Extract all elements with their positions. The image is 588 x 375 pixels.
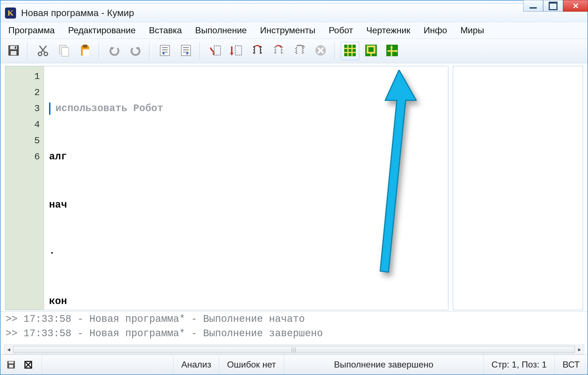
menu-worlds[interactable]: Миры	[461, 25, 484, 35]
svg-point-4	[38, 52, 42, 56]
braces-arc-icon	[250, 44, 264, 58]
svg-rect-9	[83, 45, 88, 47]
run-range-button[interactable]	[248, 42, 267, 60]
undo-button[interactable]	[105, 42, 124, 60]
status-insert-mode[interactable]: ВСТ	[554, 355, 587, 374]
indent-left-button[interactable]	[156, 42, 174, 60]
main-area: 1 2 3 4 5 6 использовать Робот алг нач ·…	[1, 63, 587, 311]
menu-insert[interactable]: Вставка	[149, 25, 182, 35]
menubar: Программа Редактирование Вставка Выполне…	[1, 22, 587, 39]
indent-right-icon	[179, 44, 193, 58]
svg-rect-22	[9, 361, 14, 364]
line-number: 6	[5, 149, 40, 165]
scroll-track[interactable]: |||	[13, 346, 575, 353]
robot-grid-icon	[343, 44, 357, 58]
svg-rect-23	[9, 365, 13, 368]
scissors-icon	[36, 44, 50, 58]
window-title: Новая программа - Кумир	[21, 7, 134, 18]
clear-icon[interactable]	[23, 359, 34, 370]
scroll-thumb[interactable]: |||	[13, 346, 575, 353]
horizontal-scrollbar[interactable]: ◂ ||| ▸	[4, 345, 584, 354]
menu-info[interactable]: Инфо	[424, 25, 447, 35]
code-keyword: алг	[49, 149, 67, 165]
menu-edit[interactable]: Редактирование	[68, 25, 136, 35]
window-buttons	[523, 0, 588, 12]
robot-field-icon	[364, 44, 378, 58]
svg-rect-12	[181, 45, 190, 56]
toolbar-separator	[200, 42, 202, 60]
text-cursor	[49, 103, 50, 115]
toolbar-separator	[334, 42, 336, 60]
axes-icon	[385, 44, 399, 58]
console-line: >> 17:33:58 - Новая программа* - Выполне…	[6, 326, 582, 341]
run-button[interactable]	[290, 42, 309, 60]
show-robot-window-button[interactable]	[341, 42, 359, 60]
step-into-button[interactable]	[206, 42, 224, 60]
code-area[interactable]: использовать Робот алг нач · кон	[44, 66, 448, 310]
line-gutter: 1 2 3 4 5 6	[5, 66, 44, 310]
svg-rect-13	[214, 46, 221, 55]
output-console[interactable]: >> 17:33:58 - Новая программа* - Выполне…	[1, 311, 587, 345]
menu-tools[interactable]: Инструменты	[260, 25, 316, 35]
menu-run[interactable]: Выполнение	[195, 25, 247, 35]
side-pane[interactable]: Показать окно Робота	[453, 66, 583, 310]
menu-program[interactable]: Программа	[8, 25, 55, 35]
step-over-button[interactable]	[227, 42, 246, 60]
svg-rect-16	[344, 45, 356, 56]
line-number: 2	[5, 85, 40, 101]
svg-point-5	[44, 52, 48, 56]
close-button[interactable]	[563, 0, 588, 12]
scroll-grip-icon: |||	[291, 347, 297, 353]
braces-dotted-arc-icon	[272, 44, 285, 58]
stop-button[interactable]	[311, 42, 330, 60]
console-line: >> 17:33:58 - Новая программа* - Выполне…	[6, 312, 582, 326]
toolbar	[1, 39, 587, 63]
undo-icon	[108, 44, 121, 58]
status-cursor: Стр: 1, Поз: 1	[484, 355, 555, 374]
scroll-right-button[interactable]: ▸	[575, 345, 584, 354]
svg-rect-10	[83, 49, 89, 56]
status-icons	[1, 355, 42, 374]
paste-button[interactable]	[76, 42, 94, 60]
robot-field-button[interactable]	[362, 42, 380, 60]
code-keyword: нач	[49, 197, 67, 213]
toolbar-separator	[149, 42, 151, 60]
maximize-button[interactable]	[543, 0, 563, 12]
save-button[interactable]	[4, 42, 23, 60]
svg-rect-14	[235, 46, 242, 55]
run-part-button[interactable]	[269, 42, 288, 60]
line-number: 4	[5, 117, 40, 133]
save-icon	[7, 44, 21, 58]
indent-left-icon	[158, 44, 172, 58]
code-keyword: кон	[49, 294, 67, 310]
svg-rect-3	[15, 46, 16, 49]
line-number: 1	[5, 68, 40, 85]
step-into-icon	[208, 44, 222, 58]
redo-button[interactable]	[126, 42, 145, 60]
app-window: K Новая программа - Кумир Программа Реда…	[0, 0, 588, 375]
window-chrome	[1, 1, 587, 4]
copy-icon	[57, 44, 71, 58]
cut-button[interactable]	[34, 42, 52, 60]
paste-icon	[78, 44, 92, 58]
code-comment: использовать Робот	[55, 101, 163, 117]
toolbar-separator	[27, 42, 29, 60]
step-over-icon	[229, 44, 243, 58]
indent-right-button[interactable]	[177, 42, 195, 60]
line-number: 5	[5, 133, 40, 149]
save-small-icon[interactable]	[6, 359, 17, 370]
play-over-icon	[293, 44, 306, 58]
svg-rect-11	[160, 45, 169, 56]
menu-drafter[interactable]: Чертежник	[366, 25, 410, 35]
copy-button[interactable]	[55, 42, 73, 60]
svg-rect-2	[11, 51, 17, 55]
robot-axes-button[interactable]	[383, 42, 401, 60]
line-number: 3	[5, 101, 40, 117]
menu-robot[interactable]: Робот	[329, 25, 353, 35]
titlebar[interactable]: K Новая программа - Кумир	[1, 4, 587, 22]
editor-pane[interactable]: 1 2 3 4 5 6 использовать Робот алг нач ·…	[5, 66, 448, 310]
minimize-button[interactable]	[523, 0, 543, 12]
toolbar-separator	[99, 42, 101, 60]
svg-rect-7	[62, 47, 69, 56]
scroll-left-button[interactable]: ◂	[4, 345, 13, 354]
